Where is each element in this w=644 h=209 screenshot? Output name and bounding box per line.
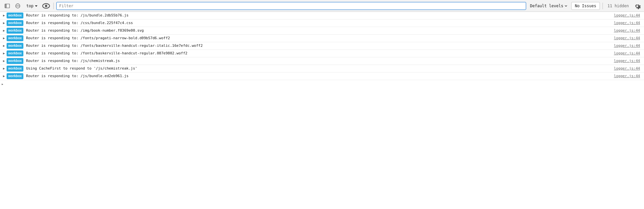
table-row: ▶workboxRouter is responding to: /css/bu… <box>0 19 644 27</box>
table-row: ▶workboxRouter is responding to: /fonts/… <box>0 42 644 50</box>
log-message: Router is responding to: /js/chemistreak… <box>26 58 614 64</box>
svg-rect-1 <box>5 4 6 8</box>
log-message: Router is responding to: /img/book-numbe… <box>26 28 614 33</box>
workbox-badge: workbox <box>7 58 23 64</box>
sidebar-toggle-button[interactable] <box>3 2 12 10</box>
expand-arrow-icon[interactable]: ▶ <box>1 58 7 64</box>
log-source-link[interactable]: logger.js:44 <box>614 43 644 48</box>
toolbar-divider <box>53 3 54 9</box>
log-source-link[interactable]: logger.js:44 <box>614 28 644 33</box>
workbox-badge: workbox <box>7 73 23 79</box>
expand-arrow-icon[interactable]: ▶ <box>1 13 7 18</box>
workbox-badge: workbox <box>7 43 23 49</box>
log-message: Router is responding to: /fonts/pragati-… <box>26 36 614 41</box>
chevron-down-icon <box>35 5 38 7</box>
hidden-count: 11 hidden <box>605 4 631 8</box>
expand-arrow-icon[interactable]: ▶ <box>1 66 7 71</box>
gear-icon <box>632 1 641 11</box>
svg-point-6 <box>45 5 47 7</box>
log-message: Router is responding to: /fonts/baskervi… <box>26 43 614 48</box>
filter-input[interactable] <box>56 2 526 10</box>
context-selector-button[interactable]: top <box>24 3 40 9</box>
console-prompt-row[interactable]: ▸ <box>0 80 644 88</box>
log-message: Router is responding to: /js/bundle.ed2e… <box>26 74 614 79</box>
table-row: ▶workboxRouter is responding to: /js/che… <box>0 57 644 65</box>
log-source-link[interactable]: logger.js:44 <box>614 51 644 56</box>
levels-button[interactable]: Default levels <box>527 3 570 9</box>
no-issues-label: No Issues <box>575 4 596 8</box>
log-source-link[interactable]: logger.js:44 <box>614 74 644 79</box>
levels-chevron-icon <box>565 5 567 7</box>
workbox-badge: workbox <box>7 28 23 34</box>
table-row: ▶workboxRouter is responding to: /img/bo… <box>0 27 644 35</box>
workbox-badge: workbox <box>7 35 23 41</box>
log-source-link[interactable]: logger.js:44 <box>614 58 644 64</box>
no-entry-icon <box>15 3 20 9</box>
log-message: Using CacheFirst to respond to '/js/chem… <box>26 66 614 71</box>
console-output: ▶workboxRouter is responding to: /js/bun… <box>0 12 644 80</box>
expand-arrow-icon[interactable]: ▶ <box>1 36 7 41</box>
log-source-link[interactable]: logger.js:44 <box>614 36 644 41</box>
prompt-arrow-icon[interactable]: ▸ <box>1 82 4 86</box>
expand-arrow-icon[interactable]: ▶ <box>1 20 7 26</box>
table-row: ▶workboxRouter is responding to: /js/bun… <box>0 12 644 19</box>
workbox-badge: workbox <box>7 66 23 72</box>
table-row: ▶workboxRouter is responding to: /js/bun… <box>0 73 644 80</box>
eye-icon <box>41 1 51 11</box>
expand-arrow-icon[interactable]: ▶ <box>1 43 7 48</box>
table-row: ▶workboxUsing CacheFirst to respond to '… <box>0 65 644 73</box>
log-message: Router is responding to: /fonts/baskervi… <box>26 51 614 56</box>
expand-arrow-icon[interactable]: ▶ <box>1 28 7 33</box>
log-source-link[interactable]: logger.js:44 <box>614 20 644 26</box>
table-row: ▶workboxRouter is responding to: /fonts/… <box>0 35 644 42</box>
expand-arrow-icon[interactable]: ▶ <box>1 74 7 79</box>
eye-button[interactable] <box>41 2 51 10</box>
expand-arrow-icon[interactable]: ▶ <box>1 51 7 56</box>
log-message: Router is responding to: /js/bundle.2db5… <box>26 13 614 18</box>
sidebar-icon <box>5 3 10 9</box>
log-message: Router is responding to: /css/bundle.225… <box>26 20 614 26</box>
toolbar-divider-2 <box>603 3 603 9</box>
no-issues-button[interactable]: No Issues <box>571 2 600 10</box>
settings-button[interactable] <box>632 2 641 10</box>
table-row: ▶workboxRouter is responding to: /fonts/… <box>0 50 644 57</box>
no-entry-button[interactable] <box>13 2 22 10</box>
log-source-link[interactable]: logger.js:44 <box>614 13 644 18</box>
levels-label: Default levels <box>530 4 563 8</box>
workbox-badge: workbox <box>7 13 23 18</box>
workbox-badge: workbox <box>7 50 23 56</box>
context-label: top <box>26 4 34 8</box>
workbox-badge: workbox <box>7 20 23 26</box>
log-source-link[interactable]: logger.js:44 <box>614 66 644 71</box>
devtools-toolbar: top Default levels No Issues 11 hidden <box>0 0 644 12</box>
